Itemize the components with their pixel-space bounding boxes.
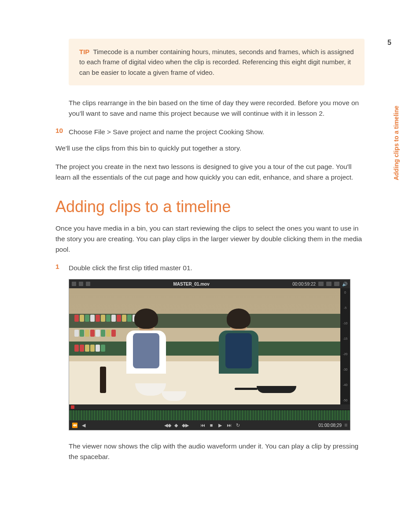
paragraph-use-clips: We'll use the clips from this bin to qui…: [55, 143, 365, 154]
video-editor-screenshot: MASTER_01.mov 00:00:59:22 🔊 0: [69, 279, 350, 430]
step-number: 1: [55, 263, 69, 273]
speaker-icon[interactable]: 🔊: [342, 282, 347, 287]
viewer-top-bar: MASTER_01.mov 00:00:59:22 🔊: [69, 279, 350, 288]
tip-callout: TIP Timecode is a number containing hour…: [69, 39, 365, 85]
paragraph-viewer: The viewer now shows the clip with the a…: [69, 441, 365, 462]
transport-bar: ⏪ ◀ ◀◆ ◆ ◆▶ ⏮ ■ ▶ ⏭ ↻ 01:00:08;29 ≡: [69, 420, 350, 430]
prev-edit-icon[interactable]: ◀◆: [164, 423, 170, 428]
tip-text: Timecode is a number containing hours, m…: [79, 48, 354, 76]
mark-icon[interactable]: ◆: [173, 423, 179, 428]
paragraph-rearrange: The clips rearrange in the bin based on …: [69, 98, 365, 119]
step-1: 1 Double click the first clip titled mas…: [55, 263, 365, 273]
viewer-video-frame[interactable]: [69, 288, 340, 404]
step-text: Double click the first clip titled maste…: [69, 263, 192, 273]
go-start-icon[interactable]: ⏮: [199, 423, 206, 428]
meter-tick: -10: [343, 322, 347, 325]
meter-tick: 0: [344, 291, 346, 294]
audio-waveform[interactable]: [69, 410, 350, 420]
page-number: 5: [387, 39, 391, 47]
paragraph-intro: Once you have media in a bin, you can st…: [55, 223, 365, 255]
go-end-icon[interactable]: ⏭: [226, 423, 232, 428]
view-mode-icon[interactable]: [79, 282, 83, 286]
resize-icon[interactable]: [326, 282, 332, 286]
options-icon[interactable]: ≡: [344, 422, 347, 428]
audio-meter: 0 -5 -10 -15 -20 -30 -40 -50: [340, 288, 350, 404]
loop-icon[interactable]: ↻: [235, 423, 241, 428]
step-number: 10: [55, 127, 69, 137]
tools-icon[interactable]: [318, 282, 324, 286]
stop-icon[interactable]: ■: [208, 423, 214, 428]
meter-tick: -50: [343, 399, 347, 402]
play-icon[interactable]: ▶: [217, 423, 223, 428]
expand-icon[interactable]: [334, 282, 339, 286]
transport-timecode: 01:00:08;29: [318, 423, 342, 428]
meter-tick: -15: [343, 337, 347, 340]
meter-tick: -5: [344, 306, 346, 309]
section-heading: Adding clips to a timeline: [55, 198, 365, 216]
in-point-marker[interactable]: [71, 405, 74, 409]
fast-reverse-icon[interactable]: ⏪: [72, 423, 78, 428]
view-mode-icon[interactable]: [72, 282, 76, 286]
meter-tick: -20: [343, 353, 347, 356]
meter-tick: -40: [343, 383, 347, 386]
side-section-label: Adding clips to a timeline: [393, 106, 400, 180]
viewer-top-timecode: 00:00:59:22: [292, 282, 316, 287]
meter-tick: -30: [343, 368, 347, 371]
step-10: 10 Choose File > Save project and name t…: [55, 127, 365, 137]
next-edit-icon[interactable]: ◆▶: [182, 423, 188, 428]
step-text: Choose File > Save project and name the …: [69, 127, 264, 137]
clip-title: MASTER_01.mov: [173, 282, 209, 287]
play-reverse-icon[interactable]: ◀: [81, 423, 87, 428]
view-mode-icon[interactable]: [86, 282, 90, 286]
marker-row[interactable]: [69, 404, 350, 410]
paragraph-tour: The project you create in the next two l…: [55, 162, 365, 183]
tip-label: TIP: [79, 48, 89, 55]
